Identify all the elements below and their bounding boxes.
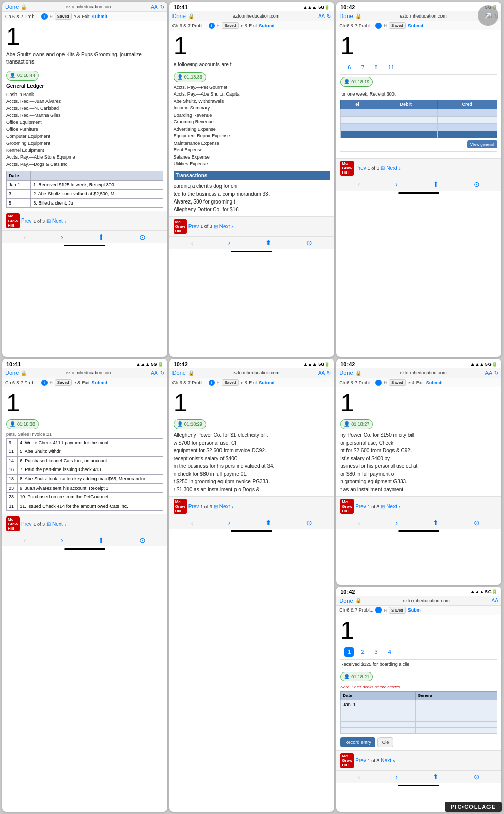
done-button-7[interactable]: Done xyxy=(339,598,353,604)
forward-icon-2[interactable]: › xyxy=(228,239,231,247)
refresh-icon-1[interactable]: ↻ xyxy=(160,4,164,10)
next-button-1[interactable]: Next xyxy=(52,218,63,224)
exit-button-4[interactable]: e & Exit xyxy=(74,380,90,385)
done-button-1[interactable]: Done xyxy=(5,4,19,10)
forward-icon-3[interactable]: › xyxy=(395,180,398,189)
prev-button-5[interactable]: Prev xyxy=(188,504,199,509)
forward-icon-6[interactable]: › xyxy=(395,519,398,527)
grid-icon-3[interactable]: ⊞ xyxy=(381,165,385,171)
exit-button-1[interactable]: e & Exit xyxy=(74,14,90,19)
tab-4[interactable]: 4 xyxy=(385,647,395,657)
refresh-icon-5[interactable]: ↻ xyxy=(327,370,331,376)
forward-icon-7[interactable]: › xyxy=(395,773,398,781)
submit-button-7[interactable]: Subm xyxy=(408,607,421,613)
view-general-button-3[interactable]: View general xyxy=(467,140,497,148)
tab-11[interactable]: 11 xyxy=(385,62,398,72)
bookmark-icon-5[interactable]: ⊙ xyxy=(306,519,312,527)
info-button-2[interactable]: i xyxy=(209,23,215,29)
prev-button-3[interactable]: Prev xyxy=(355,165,366,171)
refresh-icon-6[interactable]: ↻ xyxy=(494,370,498,376)
url-bar-7[interactable]: ezto.mheducation.com xyxy=(364,598,490,603)
back-icon-5[interactable]: ‹ xyxy=(191,519,193,527)
exit-button-2[interactable]: e & Exit xyxy=(241,23,257,28)
done-button-2[interactable]: Done xyxy=(172,13,186,19)
aa-button-6[interactable]: AA xyxy=(485,370,492,376)
done-button-6[interactable]: Done xyxy=(339,370,353,376)
url-bar-3[interactable]: ezto.mheducation.com xyxy=(364,13,483,19)
bookmark-icon-2[interactable]: ⊙ xyxy=(306,239,312,247)
bookmark-icon-3[interactable]: ⊙ xyxy=(474,180,480,189)
bookmark-icon-6[interactable]: ⊙ xyxy=(474,519,480,527)
tab-6[interactable]: 6 xyxy=(344,62,354,72)
aa-button-4[interactable]: AA xyxy=(151,370,158,376)
clear-button-7[interactable]: Cle xyxy=(377,737,394,747)
share-icon-1[interactable]: ⬆ xyxy=(98,233,104,241)
url-bar-5[interactable]: ezto.mheducation.com xyxy=(196,370,316,375)
url-bar-2[interactable]: ezto.mheducation.com xyxy=(196,13,316,19)
prev-button-7[interactable]: Prev xyxy=(355,758,366,763)
forward-icon-5[interactable]: › xyxy=(228,519,231,527)
forward-icon-4[interactable]: › xyxy=(61,536,64,544)
next-button-2[interactable]: Next xyxy=(219,224,230,229)
bookmark-icon-1[interactable]: ⊙ xyxy=(139,233,146,241)
submit-button-5[interactable]: Submit xyxy=(259,380,275,385)
info-button-3[interactable]: i xyxy=(375,23,382,29)
tab-7[interactable]: 7 xyxy=(358,62,367,72)
aa-button-1[interactable]: AA xyxy=(151,4,158,10)
share-icon-2[interactable]: ⬆ xyxy=(265,239,272,247)
prev-button-1[interactable]: Prev xyxy=(21,218,32,224)
back-icon-2[interactable]: ‹ xyxy=(191,239,193,247)
submit-button-4[interactable]: Submit xyxy=(92,380,108,385)
grid-icon-1[interactable]: ⊞ xyxy=(46,218,51,224)
done-button-3[interactable]: Done xyxy=(339,13,353,19)
back-icon-7[interactable]: ‹ xyxy=(358,773,360,781)
share-icon-6[interactable]: ⬆ xyxy=(433,519,439,527)
info-button-1[interactable]: i xyxy=(41,13,48,20)
rotate-button-3[interactable]: ↗ xyxy=(478,5,498,26)
tab-2[interactable]: 2 xyxy=(358,647,367,657)
grid-icon-2[interactable]: ⊞ xyxy=(214,224,218,229)
tab-8[interactable]: 8 xyxy=(372,62,381,72)
forward-icon-1[interactable]: › xyxy=(61,233,64,241)
tab-1[interactable]: 1 xyxy=(344,647,354,657)
done-button-5[interactable]: Done xyxy=(172,370,186,376)
share-icon-7[interactable]: ⬆ xyxy=(433,773,439,781)
share-icon-3[interactable]: ⬆ xyxy=(433,180,439,189)
submit-button-6[interactable]: Submit xyxy=(426,380,442,385)
grid-icon-4[interactable]: ⊞ xyxy=(46,521,51,527)
grid-icon-5[interactable]: ⊞ xyxy=(214,504,218,509)
share-icon-4[interactable]: ⬆ xyxy=(98,536,104,544)
grid-icon-6[interactable]: ⊞ xyxy=(381,504,385,509)
next-button-4[interactable]: Next xyxy=(52,521,63,527)
info-button-5[interactable]: i xyxy=(209,380,215,386)
back-icon-6[interactable]: ‹ xyxy=(358,519,360,527)
bookmark-icon-7[interactable]: ⊙ xyxy=(474,773,480,781)
aa-button-7[interactable]: AA xyxy=(492,598,498,603)
back-icon-3[interactable]: ‹ xyxy=(358,180,360,189)
prev-button-6[interactable]: Prev xyxy=(355,504,366,509)
aa-button-5[interactable]: AA xyxy=(318,370,325,376)
next-button-3[interactable]: Next xyxy=(386,165,397,171)
back-icon-1[interactable]: ‹ xyxy=(24,233,26,241)
bookmark-icon-4[interactable]: ⊙ xyxy=(139,536,146,544)
next-button-7[interactable]: Next xyxy=(381,758,391,763)
refresh-icon-4[interactable]: ↻ xyxy=(160,370,164,376)
tab-3[interactable]: 3 xyxy=(372,647,381,657)
back-icon-4[interactable]: ‹ xyxy=(24,536,26,544)
done-button-4[interactable]: Done xyxy=(5,370,19,376)
record-entry-button-7[interactable]: Record entry xyxy=(340,737,375,747)
info-button-6[interactable]: i xyxy=(375,380,382,386)
share-icon-5[interactable]: ⬆ xyxy=(265,519,272,527)
prev-button-2[interactable]: Prev xyxy=(188,224,199,229)
info-button-7[interactable]: i xyxy=(375,607,382,613)
next-button-6[interactable]: Next xyxy=(386,504,397,509)
url-bar-4[interactable]: ezto.mheducation.com xyxy=(29,370,149,375)
exit-button-5[interactable]: e & Exit xyxy=(241,380,257,385)
submit-button-3[interactable]: Submit xyxy=(408,23,424,28)
info-button-4[interactable]: i xyxy=(41,380,48,386)
submit-button-1[interactable]: Submit xyxy=(92,14,108,19)
url-bar-6[interactable]: ezto.mheducation.com xyxy=(364,370,483,375)
url-bar-1[interactable]: ezto.mheducation.com xyxy=(29,4,149,9)
prev-button-4[interactable]: Prev xyxy=(21,521,32,527)
refresh-icon-2[interactable]: ↻ xyxy=(327,13,331,19)
